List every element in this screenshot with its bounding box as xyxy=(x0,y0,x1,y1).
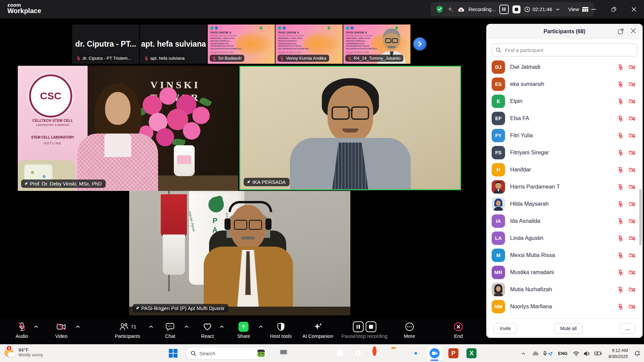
close-panel-icon[interactable] xyxy=(631,28,636,34)
taskbar-app-zoom-icon-active[interactable] xyxy=(427,346,442,361)
taskbar-app-powerpoint-icon[interactable]: P xyxy=(448,348,458,358)
avatar xyxy=(492,180,505,194)
search-input[interactable] xyxy=(504,47,633,53)
video-tile-mufti-djusnir[interactable]: mpulan Apote era Indonesia PASI PASI-Bri… xyxy=(129,191,350,315)
participant-row[interactable]: MR Mustika ramadani xyxy=(486,264,643,281)
react-label: React xyxy=(201,333,214,339)
video-off-icon xyxy=(628,64,636,70)
ai-sparkle-icon[interactable] xyxy=(447,6,454,13)
windows-start-button[interactable] xyxy=(169,349,178,358)
end-button[interactable]: End xyxy=(453,321,463,339)
timer-chevron-icon[interactable] xyxy=(556,8,560,11)
host-tools-button[interactable]: Host tools xyxy=(270,321,292,339)
mute-all-button[interactable]: Mute all xyxy=(554,323,583,334)
participant-row[interactable]: E Elpin xyxy=(486,93,643,110)
participant-row[interactable]: IA Ida Asnalida xyxy=(486,212,643,229)
wifi-icon[interactable] xyxy=(571,345,582,362)
participant-search-box[interactable] xyxy=(492,44,637,56)
participant-row[interactable]: Harris Pardamean T xyxy=(486,178,643,195)
filmstrip-thumbnail[interactable]: PASI SHOW X Webinar Nasional Kecantikan … xyxy=(276,24,343,64)
taskbar-app-edge-icon[interactable] xyxy=(297,348,307,358)
audio-button[interactable]: Audio xyxy=(15,321,28,339)
next-participants-arrow-button[interactable] xyxy=(413,38,426,50)
zoom-meeting-window: zoom Workplace Recording... 02:21:46 Vie… xyxy=(0,0,644,362)
thumbnail-name: R4_24_Tommy_Julianto xyxy=(354,56,400,61)
share-button[interactable]: Share xyxy=(237,321,250,339)
minimize-button[interactable] xyxy=(584,0,604,18)
taskbar-clock[interactable]: 9:12 AM 8/30/2025 xyxy=(604,348,631,359)
chat-options-chevron[interactable] xyxy=(184,325,189,328)
mic-location-tray-icon[interactable] xyxy=(541,345,555,362)
thumbnail-nameplate: apt. hefa sulviana xyxy=(142,55,188,62)
taskbar-app-outlook-icon[interactable] xyxy=(354,348,364,358)
taskbar-app-store-icon[interactable] xyxy=(335,348,345,358)
participant-row[interactable]: LA Linda Agustin xyxy=(486,229,643,247)
pin-icon xyxy=(135,306,140,310)
participant-row[interactable]: FY Fitri Yulia xyxy=(486,127,643,144)
audio-options-chevron[interactable] xyxy=(34,325,39,328)
react-button[interactable]: React xyxy=(201,321,214,339)
filmstrip-thumbnail[interactable]: PASI SHOW X Webinar Nasional Kecantikan … xyxy=(343,24,410,64)
taskbar-app-excel-icon[interactable]: X xyxy=(466,348,477,358)
pause-recording-button[interactable] xyxy=(499,5,509,14)
invite-button[interactable]: Invite xyxy=(494,323,517,334)
participants-icon xyxy=(119,322,129,331)
taskbar-app-file-explorer-icon[interactable] xyxy=(391,348,401,358)
participant-row[interactable]: FS Fitriyani Siregar xyxy=(486,144,643,161)
mic-muted-icon xyxy=(617,64,624,70)
video-tile-deby-vinski[interactable]: CSC CELLTECH STEM CELL LABORATORY & BANK… xyxy=(18,66,238,191)
panel-scrollbar-thumb[interactable] xyxy=(639,189,642,245)
battery-icon[interactable] xyxy=(592,345,604,362)
mic-muted-icon xyxy=(617,98,624,105)
participant-row[interactable]: Mutia Nurhafizah xyxy=(486,281,643,298)
video-options-chevron[interactable] xyxy=(76,325,80,328)
filmstrip-thumbnail[interactable]: dr. Ciputra - PT... PASI SHOW X Webinar … xyxy=(72,24,139,64)
video-tile-ika-persada-active-speaker[interactable]: IKA PERSADA xyxy=(239,66,461,190)
meeting-status-pill: Recording... 02:21:46 View xyxy=(431,2,594,16)
tray-overflow-chevron[interactable] xyxy=(518,345,529,362)
notification-bell-icon[interactable]: z xyxy=(631,345,644,362)
filmstrip-thumbnail[interactable]: apt. hefa sulviana PASI SHOW X Webinar N… xyxy=(140,24,207,64)
participant-row[interactable]: M Mexsi Mutia Rissa xyxy=(486,247,643,264)
participants-title: Participants (68) xyxy=(544,29,585,35)
ai-companion-button[interactable]: AI Companion xyxy=(302,321,333,339)
share-options-chevron[interactable] xyxy=(258,325,263,328)
onedrive-icon[interactable] xyxy=(529,345,541,362)
participant-name: Hilda Maysarah xyxy=(510,201,612,207)
chat-button[interactable]: Chat xyxy=(165,321,176,339)
restore-button[interactable] xyxy=(604,0,624,18)
close-button[interactable] xyxy=(624,0,644,18)
pause-recording-icon[interactable] xyxy=(353,321,363,332)
react-options-chevron[interactable] xyxy=(219,325,224,328)
participant-row[interactable]: ES eka sumiarsih xyxy=(486,75,643,93)
participant-row[interactable]: Hilda Maysarah xyxy=(486,195,643,212)
participant-row[interactable]: EF Elsa FA xyxy=(486,110,643,127)
stop-recording-button[interactable] xyxy=(512,5,521,13)
volume-icon[interactable] xyxy=(582,345,592,362)
security-shield-icon[interactable] xyxy=(436,5,443,13)
video-button[interactable]: Video xyxy=(55,321,68,339)
avatar-initials: NM xyxy=(494,304,502,309)
pause-stop-recording-button[interactable]: Pause/stop recording xyxy=(341,321,387,339)
taskbar-app-firefox-icon[interactable] xyxy=(316,348,326,358)
more-button[interactable]: More xyxy=(404,321,415,339)
language-indicator[interactable]: ENG xyxy=(555,351,571,356)
participant-row[interactable]: H Hanifdar xyxy=(486,161,643,178)
taskbar-app-browser-icon[interactable] xyxy=(373,348,383,358)
participants-options-chevron[interactable] xyxy=(149,325,153,328)
filmstrip-thumbnail[interactable]: PASI SHOW X Webinar Nasional Kecantikan … xyxy=(208,24,275,64)
popout-icon[interactable] xyxy=(617,28,624,35)
weather-widget[interactable]: 5 84°F Mostly sunny xyxy=(4,346,43,358)
taskbar-search[interactable]: Search xyxy=(186,347,268,360)
participant-row[interactable]: NM Noorlys Marfiana xyxy=(486,298,643,315)
participants-button[interactable]: 71 Participants xyxy=(115,321,140,339)
taskbar-app-monitor-icon[interactable] xyxy=(279,348,289,358)
search-icon xyxy=(191,351,196,356)
more-options-button[interactable]: ... xyxy=(620,323,635,334)
participant-status-icons xyxy=(617,218,636,224)
poster-title: PASI SHOW X xyxy=(278,31,340,34)
participant-row[interactable]: DJ Dwi Jatmadi xyxy=(486,58,643,75)
avatar: LA xyxy=(492,231,505,245)
taskbar-app-chrome-icon[interactable] xyxy=(411,348,421,358)
stop-recording-icon[interactable] xyxy=(365,321,376,332)
